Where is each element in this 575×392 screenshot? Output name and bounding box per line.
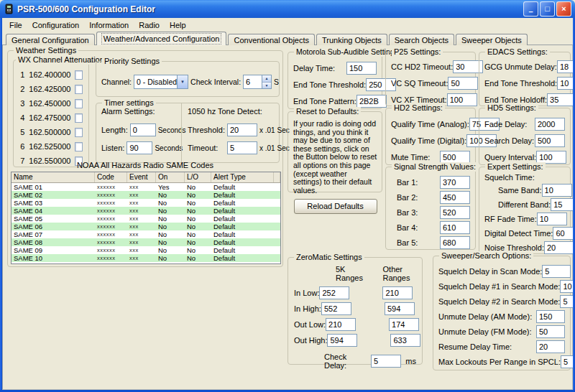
field-input[interactable]: 20 (227, 123, 257, 136)
sweeper-field-label: Squelch Delay #2 in Search Mode: (438, 297, 560, 306)
menu-information[interactable]: Information (84, 19, 134, 31)
tab-label: Search Objects (395, 36, 448, 45)
sweeper-field-label: Squelch Delay in Scan Mode: (438, 267, 542, 276)
same-column-header[interactable]: Name (12, 172, 95, 182)
expert-field-row: Digital Detect Time:60 (484, 227, 565, 240)
table-row[interactable]: SAME 06xxxxxxxxxNoNoDefault (12, 223, 280, 230)
signal-field-input[interactable]: 450 (440, 191, 470, 204)
close-button[interactable]: × (556, 1, 571, 17)
minimize-button[interactable]: – (523, 1, 538, 17)
edacs-field-row: GCG Unmute Delay:18 (484, 60, 565, 73)
same-lo-cell: No (185, 238, 211, 246)
zeromatic-other-input[interactable]: 174 (389, 318, 419, 331)
field-input[interactable]: 0 (130, 123, 156, 136)
tab-general-configuration[interactable]: General Configuration (6, 34, 95, 45)
zeromatic-row: Out Low:210174 (294, 318, 416, 331)
check-interval-value[interactable]: 6 (243, 75, 262, 89)
wx-attenuation-checkbox[interactable] (75, 128, 83, 137)
sweeper-field-input[interactable]: 50 (536, 325, 565, 338)
zeromatic-other-input[interactable]: 210 (382, 286, 413, 299)
menu-configuration[interactable]: Configuration (27, 19, 84, 31)
tab-search-objects[interactable]: Search Objects (389, 34, 454, 45)
wx-attenuation-checkbox[interactable] (75, 70, 83, 80)
same-event-cell: xxx (127, 223, 156, 230)
same-column-header[interactable]: Alert Type (211, 172, 274, 182)
table-row[interactable]: SAME 07xxxxxxxxxNoNoDefault (12, 230, 280, 238)
priority-channel-dropdown[interactable]: 0 - Disabled ▼ (134, 75, 188, 89)
hd5-field-input[interactable]: 2000 (535, 118, 565, 131)
signal-field-input[interactable]: 370 (440, 176, 470, 189)
table-row[interactable]: SAME 03xxxxxxxxxNoNoDefault (12, 199, 280, 207)
zeromatic-5k-input[interactable]: 210 (326, 318, 356, 331)
expert-field-input[interactable]: 60 (553, 227, 575, 240)
motorola-field-input[interactable]: 150 (346, 62, 377, 75)
menu-file[interactable]: File (4, 19, 27, 31)
table-row[interactable]: SAME 01xxxxxxxxxYesNoDefault (12, 183, 280, 191)
expert-field-input[interactable]: 15 (551, 198, 575, 211)
reload-defaults-button[interactable]: Reload Defaults (294, 199, 377, 214)
spin-up-icon[interactable]: ▲ (262, 75, 271, 83)
signal-field-input[interactable]: 520 (440, 206, 470, 219)
zeromatic-5k-input[interactable]: 252 (319, 286, 349, 299)
same-extra-cell (274, 230, 280, 238)
same-lo-cell: No (185, 199, 211, 207)
wx-attenuation-checkbox[interactable] (75, 85, 83, 94)
wx-attenuation-checkbox[interactable] (75, 113, 83, 123)
edacs-field-input[interactable]: 35 (547, 93, 575, 106)
same-column-header[interactable]: L/O (185, 172, 211, 182)
p25-field-input[interactable]: 100 (447, 93, 477, 106)
zeromatic-other-input[interactable]: 594 (385, 302, 415, 315)
table-row[interactable]: SAME 02xxxxxxxxxNoNoDefault (12, 191, 280, 199)
same-column-header[interactable]: On (156, 172, 185, 182)
hd5-field-label: Search Delay: (484, 136, 534, 145)
p25-field-input[interactable]: 50 (448, 77, 478, 90)
same-code-cell: xxxxxx (95, 238, 127, 246)
menu-radio[interactable]: Radio (134, 19, 165, 31)
chevron-down-icon[interactable]: ▼ (177, 75, 188, 88)
maximize-button[interactable]: □ (540, 1, 555, 17)
sweeper-field-input[interactable]: 20 (536, 340, 565, 353)
expert-field-input[interactable]: 10 (542, 184, 572, 197)
motorola-field-input[interactable]: 2B2B (356, 95, 387, 108)
group-title: Priority Settings (102, 57, 162, 66)
table-row[interactable]: SAME 10xxxxxxxxxNoNoDefault (12, 254, 280, 262)
hd5-field-input[interactable]: 500 (535, 134, 565, 147)
tab-trunking-objects[interactable]: Trunking Objects (316, 34, 387, 45)
hd5-settings-group: HD5 Settings: Fade Delay:2000Search Dela… (479, 108, 571, 165)
wx-channel-frequency: 162.525000 (29, 142, 70, 151)
sweeper-field-input[interactable]: 5 (542, 265, 571, 278)
menu-help[interactable]: Help (165, 19, 191, 31)
table-row[interactable]: SAME 09xxxxxxxxxNoNoDefault (12, 246, 280, 254)
table-row[interactable]: SAME 08xxxxxxxxxNoNoDefault (12, 238, 280, 246)
sweeper-field-row: Squelch Delay in Scan Mode:5 (438, 265, 565, 278)
signal-field-input[interactable]: 610 (440, 221, 470, 234)
table-row[interactable]: SAME 04xxxxxxxxxNoNoDefault (12, 207, 280, 215)
check-interval-stepper[interactable]: 6 ▲ ▼ (243, 75, 272, 89)
wx-channel-frequency: 162.500000 (29, 128, 70, 136)
signal-field-input[interactable]: 680 (440, 236, 470, 249)
expert-field-input[interactable]: 10 (537, 213, 567, 225)
same-column-header[interactable]: Event (127, 172, 156, 182)
check-delay-input[interactable]: 5 (371, 355, 401, 368)
field-input[interactable]: 90 (126, 141, 152, 154)
tab-weather-advanced-configuration[interactable]: Weather/Advanced Configuration (96, 32, 227, 45)
sweeper-field-input[interactable]: 150 (536, 310, 565, 323)
tab-sweeper-objects[interactable]: Sweeper Objects (456, 34, 528, 45)
tab-conventional-objects[interactable]: Conventional Objects (228, 34, 315, 45)
zeromatic-5k-input[interactable]: 552 (321, 302, 351, 315)
zeromatic-other-input[interactable]: 633 (390, 334, 420, 347)
spin-down-icon[interactable]: ▼ (262, 83, 271, 89)
expert-field-input[interactable]: 20 (544, 241, 574, 254)
zeromatic-5k-input[interactable]: 594 (327, 334, 357, 347)
same-column-header[interactable]: Code (95, 172, 127, 182)
table-row[interactable]: SAME 05xxxxxxxxxNoNoDefault (12, 215, 280, 223)
p25-field-label: CC HD2 Timeout: (391, 62, 453, 71)
col-5k-ranges: 5K Ranges (336, 265, 370, 282)
same-alert-cell: Default (211, 223, 274, 230)
wx-attenuation-checkbox[interactable] (75, 99, 83, 108)
motorola-field-row: End Tone Threshold:250 (293, 78, 377, 91)
same-on-cell: No (156, 191, 185, 199)
wx-attenuation-checkbox[interactable] (75, 142, 83, 151)
field-input[interactable]: 5 (227, 141, 257, 154)
dropdown-value: 0 - Disabled (134, 75, 177, 88)
